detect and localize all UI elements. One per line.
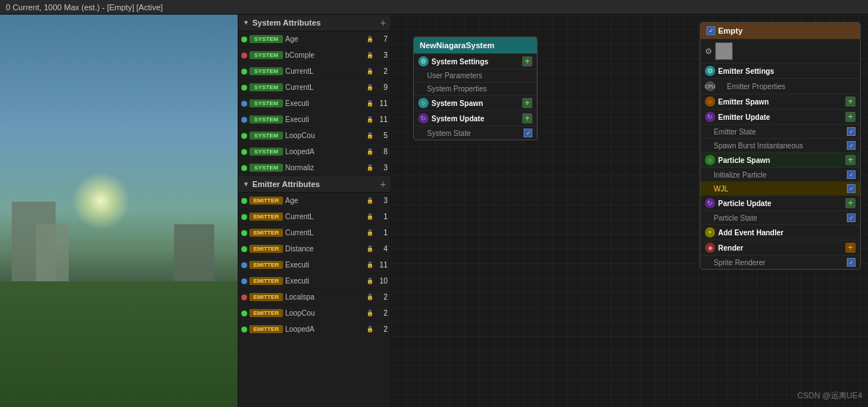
node-item-system-state[interactable]: System State	[414, 126, 537, 140]
node-item-particle-state[interactable]: Particle State	[701, 210, 860, 224]
system-state-label: System State	[418, 129, 521, 137]
node-item-emitter-settings[interactable]: ⚙ Emitter Settings	[701, 63, 860, 78]
emitter-settings-icon: ⚙	[705, 66, 715, 76]
emitter-row-lock-0: 🔒	[366, 197, 374, 204]
system-row-badge-5: SYSTEM	[249, 115, 283, 123]
particle-update-plus[interactable]: +	[845, 198, 856, 208]
init-particle-checkbox[interactable]	[847, 170, 856, 179]
node-item-wjl[interactable]: WJL	[701, 181, 860, 195]
system-node[interactable]: NewNiagaraSystem ⚙ System Settings + Use…	[413, 37, 537, 140]
node-item-render[interactable]: ◈ Render +	[701, 240, 860, 255]
system-row-value-0: 7	[376, 35, 388, 43]
system-row-lock-5: 🔒	[366, 116, 374, 123]
node-item-system-spawn[interactable]: ○ System Spawn +	[414, 95, 537, 110]
graph-area[interactable]: NewNiagaraSystem ⚙ System Settings + Use…	[391, 15, 868, 407]
node-item-system-settings[interactable]: ⚙ System Settings +	[414, 53, 537, 69]
system-row-name-0: Age	[285, 35, 364, 43]
spawn-burst-checkbox[interactable]	[847, 141, 856, 150]
node-item-user-params[interactable]: User Parameters	[414, 69, 537, 82]
emitter-row-badge-8: EMITTER	[249, 325, 283, 333]
system-row-badge-0: SYSTEM	[249, 35, 283, 43]
emitter-row-lock-5: 🔒	[366, 278, 374, 284]
system-row-value-6: 5	[376, 132, 388, 140]
emitter-attributes-header[interactable]: ▼ Emitter Attributes +	[238, 176, 390, 193]
system-row-dot-3	[241, 85, 247, 91]
node-item-sprite-renderer[interactable]: Sprite Renderer	[701, 255, 860, 269]
system-row-name-7: LoopedA	[285, 148, 364, 156]
emitter-row-lock-3: 🔒	[366, 246, 374, 252]
node-item-particle-spawn[interactable]: ○ Particle Spawn +	[701, 152, 860, 167]
system-row-name-1: bComple	[285, 51, 364, 59]
particle-state-checkbox[interactable]	[847, 213, 856, 222]
system-spawn-plus[interactable]: +	[522, 98, 532, 108]
system-row-dot-1	[241, 53, 247, 58]
emitter-attr-row-4: EMITTERExecuti🔒11	[238, 257, 390, 273]
emitter-row-dot-3	[241, 246, 247, 252]
emitter-row-name-7: LoopCou	[285, 309, 364, 317]
emitter-attr-row-0: EMITTERAge🔒3	[238, 193, 390, 209]
node-item-init-particle[interactable]: Initialize Particle	[701, 167, 860, 181]
system-attributes-header[interactable]: ▼ System Attributes +	[238, 15, 390, 31]
system-node-header: NewNiagaraSystem	[414, 37, 537, 53]
particle-spawn-plus[interactable]: +	[845, 155, 856, 165]
emitter-attr-row-2: EMITTERCurrentL🔒1	[238, 225, 390, 241]
sprite-renderer-checkbox[interactable]	[847, 258, 856, 267]
emitter-node[interactable]: Empty ⚙ ⚙ Emitter Settings CPU Emitter P…	[700, 22, 861, 270]
system-attributes-add-button[interactable]: +	[380, 18, 386, 28]
node-item-particle-update[interactable]: ↻ Particle Update +	[701, 195, 860, 210]
emitter-spawn-icon: ○	[705, 96, 715, 107]
system-props-label: System Properties	[418, 85, 532, 93]
emitter-row-name-8: LoopedA	[285, 325, 364, 333]
emitter-row-name-2: CurrentL	[285, 229, 364, 237]
system-update-plus[interactable]: +	[522, 113, 532, 123]
emitter-state-checkbox[interactable]	[847, 127, 856, 136]
node-item-emitter-props[interactable]: CPU Emitter Properties	[701, 78, 860, 94]
emitter-attributes-add-button[interactable]: +	[380, 179, 386, 189]
system-attributes-rows: SYSTEMAge🔒7SYSTEMbComple🔒3SYSTEMCurrentL…	[238, 31, 390, 176]
system-attr-row-2: SYSTEMCurrentL🔒2	[238, 64, 390, 80]
emitter-update-icon: ↻	[705, 112, 715, 122]
emitter-row-lock-6: 🔒	[366, 294, 374, 300]
system-row-lock-0: 🔒	[366, 36, 374, 42]
emitter-row-badge-7: EMITTER	[249, 309, 283, 317]
wjl-checkbox[interactable]	[847, 184, 856, 193]
emitter-header-checkbox[interactable]	[706, 26, 715, 35]
particle-update-icon: ↻	[705, 198, 715, 208]
render-plus[interactable]: +	[845, 243, 856, 253]
system-row-badge-4: SYSTEM	[249, 99, 283, 107]
emitter-spawn-label: Emitter Spawn	[718, 98, 842, 106]
system-row-dot-6	[241, 133, 247, 139]
node-item-add-event[interactable]: + Add Event Handler	[701, 224, 860, 240]
main-area: ▼ System Attributes + SYSTEMAge🔒7SYSTEMb…	[0, 15, 868, 407]
emitter-row-dot-6	[241, 294, 247, 300]
emitter-settings-small-icon: ⚙	[705, 47, 712, 56]
emitter-row-value-5: 10	[376, 277, 388, 285]
node-item-emitter-update[interactable]: ↻ Emitter Update +	[701, 109, 860, 124]
attributes-panel[interactable]: ▼ System Attributes + SYSTEMAge🔒7SYSTEMb…	[238, 15, 391, 407]
emitter-row-value-8: 2	[376, 325, 388, 333]
emitter-attr-row-7: EMITTERLoopCou🔒2	[238, 305, 390, 322]
emitter-row-badge-1: EMITTER	[249, 213, 283, 221]
building-2	[36, 224, 69, 289]
emitter-attr-row-3: EMITTERDistance🔒4	[238, 241, 390, 257]
node-item-system-update[interactable]: ↻ System Update +	[414, 110, 537, 126]
emitter-settings-label: Emitter Settings	[718, 67, 856, 75]
emitter-attr-row-8: EMITTERLoopedA🔒2	[238, 322, 390, 338]
particle-spawn-label: Particle Spawn	[718, 156, 842, 164]
node-item-spawn-burst[interactable]: Spawn Burst Instantaneous	[701, 138, 860, 152]
node-item-system-props[interactable]: System Properties	[414, 82, 537, 95]
system-attributes-label: System Attributes	[252, 18, 321, 27]
system-row-badge-6: SYSTEM	[249, 132, 283, 140]
emitter-update-plus[interactable]: +	[845, 112, 856, 122]
emitter-update-label: Emitter Update	[718, 113, 842, 121]
emitter-spawn-plus[interactable]: +	[845, 96, 856, 107]
emitter-row-lock-1: 🔒	[366, 213, 374, 220]
system-row-lock-6: 🔒	[366, 132, 374, 139]
emitter-thumbnail	[715, 42, 733, 60]
emitter-row-value-2: 1	[376, 229, 388, 237]
node-item-emitter-spawn[interactable]: ○ Emitter Spawn +	[701, 94, 860, 109]
node-item-emitter-state[interactable]: Emitter State	[701, 124, 860, 138]
system-state-checkbox[interactable]	[524, 129, 532, 137]
viewport-panel	[0, 15, 238, 407]
system-settings-plus[interactable]: +	[522, 56, 532, 66]
